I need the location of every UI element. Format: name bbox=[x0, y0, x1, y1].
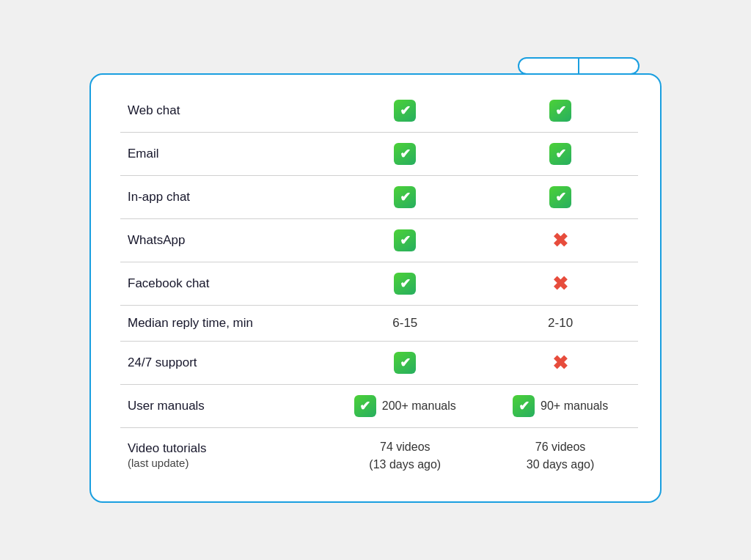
linked-helper-tab bbox=[519, 59, 579, 73]
lh-cell: ✔ bbox=[327, 89, 483, 133]
text-value: 6-15 bbox=[392, 316, 417, 330]
sk-cell: ✖ bbox=[483, 262, 638, 306]
table-row: Median reply time, min6-152-10 bbox=[120, 306, 638, 342]
lh-cell: ✔ bbox=[327, 342, 483, 385]
table-row: Email✔✔ bbox=[120, 133, 638, 176]
cross-icon: ✖ bbox=[552, 231, 568, 250]
check-icon: ✔ bbox=[513, 395, 535, 417]
feature-cell: Video tutorials(last update) bbox=[120, 428, 327, 485]
table-row: In-app chat✔✔ bbox=[120, 176, 638, 219]
cross-icon: ✖ bbox=[552, 274, 568, 293]
table-row: User manuals✔200+ manuals✔90+ manuals bbox=[120, 385, 638, 428]
feature-cell: Facebook chat bbox=[120, 262, 327, 306]
table-row: WhatsApp✔✖ bbox=[120, 219, 638, 262]
sk-cell: ✖ bbox=[483, 219, 638, 262]
feature-subtext: (last update) bbox=[128, 457, 188, 469]
sk-cell: ✔ bbox=[483, 133, 638, 176]
feature-cell: Email bbox=[120, 133, 327, 176]
video-cell: 76 videos30 days ago) bbox=[490, 438, 631, 474]
check-icon: ✔ bbox=[394, 273, 416, 295]
check-icon: ✔ bbox=[354, 395, 376, 417]
check-icon: ✔ bbox=[549, 100, 571, 122]
manuals-cell: ✔90+ manuals bbox=[490, 395, 631, 417]
table-row: Web chat✔✔ bbox=[120, 89, 638, 133]
check-icon: ✔ bbox=[394, 229, 416, 251]
table-row: Video tutorials(last update)74 videos(13… bbox=[120, 428, 638, 485]
header-tabs bbox=[518, 57, 640, 75]
lh-cell: ✔200+ manuals bbox=[327, 385, 483, 428]
skylead-tab bbox=[579, 59, 638, 73]
check-icon: ✔ bbox=[549, 186, 571, 208]
comparison-container: Web chat✔✔Email✔✔In-app chat✔✔WhatsApp✔✖… bbox=[89, 57, 662, 503]
check-icon: ✔ bbox=[394, 143, 416, 165]
check-icon: ✔ bbox=[394, 352, 416, 374]
header-row bbox=[89, 57, 662, 75]
sk-cell: 2-10 bbox=[483, 306, 638, 342]
sk-cell: 76 videos30 days ago) bbox=[483, 428, 638, 485]
feature-cell: WhatsApp bbox=[120, 219, 327, 262]
lh-cell: ✔ bbox=[327, 219, 483, 262]
feature-cell: Web chat bbox=[120, 89, 327, 133]
check-icon: ✔ bbox=[394, 100, 416, 122]
lh-cell: ✔ bbox=[327, 176, 483, 219]
feature-cell: In-app chat bbox=[120, 176, 327, 219]
sk-cell: ✔90+ manuals bbox=[483, 385, 638, 428]
lh-cell: ✔ bbox=[327, 133, 483, 176]
manuals-cell: ✔200+ manuals bbox=[334, 395, 475, 417]
manuals-text: 200+ manuals bbox=[382, 399, 456, 413]
feature-cell: 24/7 support bbox=[120, 342, 327, 385]
feature-cell: User manuals bbox=[120, 385, 327, 428]
manuals-text: 90+ manuals bbox=[541, 399, 608, 413]
lh-cell: ✔ bbox=[327, 262, 483, 306]
sk-cell: ✔ bbox=[483, 89, 638, 133]
table-card: Web chat✔✔Email✔✔In-app chat✔✔WhatsApp✔✖… bbox=[89, 73, 662, 503]
feature-cell: Median reply time, min bbox=[120, 306, 327, 342]
check-icon: ✔ bbox=[549, 143, 571, 165]
table-row: Facebook chat✔✖ bbox=[120, 262, 638, 306]
lh-cell: 6-15 bbox=[327, 306, 483, 342]
sk-cell: ✖ bbox=[483, 342, 638, 385]
check-icon: ✔ bbox=[394, 186, 416, 208]
video-cell: 74 videos(13 days ago) bbox=[334, 438, 475, 474]
comparison-table: Web chat✔✔Email✔✔In-app chat✔✔WhatsApp✔✖… bbox=[120, 89, 638, 484]
sk-cell: ✔ bbox=[483, 176, 638, 219]
table-row: 24/7 support✔✖ bbox=[120, 342, 638, 385]
text-value: 2-10 bbox=[548, 316, 573, 330]
cross-icon: ✖ bbox=[552, 353, 568, 372]
lh-cell: 74 videos(13 days ago) bbox=[327, 428, 483, 485]
